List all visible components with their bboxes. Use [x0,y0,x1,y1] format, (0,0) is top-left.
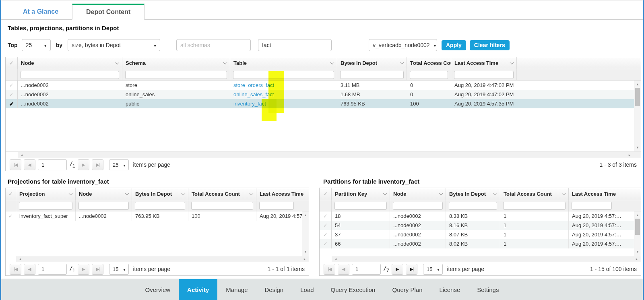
scroll-down-icon[interactable] [634,249,641,255]
hscroll-track[interactable] [16,256,309,262]
column-header-bytes[interactable]: Bytes In Depot [446,188,500,200]
column-header-node[interactable]: Node [76,188,132,200]
row-select-check[interactable] [320,221,332,230]
column-header-schema[interactable]: Schema [122,57,230,69]
column-header-partition-key[interactable]: Partition Key [332,188,390,200]
row-select-check[interactable] [6,81,18,90]
chevron-down-icon[interactable] [383,191,387,195]
pager-prev-button[interactable] [24,264,35,275]
chevron-down-icon[interactable] [69,191,73,195]
partition-key-column-filter-input[interactable] [334,202,387,210]
chevron-down-icon[interactable] [182,191,186,195]
pager-page-input[interactable] [352,264,381,275]
pager-first-button[interactable] [10,264,21,275]
apply-button[interactable]: Apply [442,40,466,50]
scroll-right-icon[interactable] [634,256,640,262]
pager-prev-button[interactable] [24,159,35,170]
scroll-up-icon[interactable] [634,212,641,218]
column-header-node[interactable]: Node [390,188,446,200]
page-size-select[interactable]: 15 [423,264,443,275]
node-column-filter-input[interactable] [78,202,129,210]
vertical-scrollbar[interactable] [302,211,309,256]
top-count-select[interactable]: 25 [22,39,51,51]
chevron-down-icon[interactable] [125,191,129,195]
header-select-all[interactable] [6,188,16,200]
column-header-last-access[interactable]: Last Access Time [451,57,517,69]
chevron-down-icon[interactable] [439,191,443,195]
row-select-check[interactable] [6,211,16,221]
table-row-selected[interactable]: ...node0002 public inventory_fact 763.95… [6,99,641,108]
table-link[interactable]: online_sales_fact [230,90,337,99]
column-header-access-count[interactable]: Total Access Count [500,188,569,200]
pager-last-button[interactable] [92,264,103,275]
horizontal-scrollbar[interactable] [6,256,309,262]
chevron-down-icon[interactable] [250,191,254,195]
bytes-column-filter-input[interactable] [340,71,404,79]
hscroll-track[interactable] [18,152,641,158]
scroll-down-icon[interactable] [302,249,309,255]
sort-by-select[interactable]: size, bytes in Depot [68,39,160,51]
last-access-column-filter-input[interactable] [454,71,514,79]
nav-item-query-plan[interactable]: Query Plan [384,279,431,300]
column-header-table[interactable]: Table [230,57,337,69]
projection-column-filter-input[interactable] [19,202,72,210]
access-count-column-filter-input[interactable] [191,202,253,210]
header-select-all[interactable] [320,188,332,200]
pager-next-button[interactable] [78,159,89,170]
pager-page-input[interactable] [38,264,67,275]
table-row[interactable]: 37 ...node0002 8.07 KB 1 Aug 20, 2019 4:… [320,230,641,239]
table-row[interactable]: inventory_fact_super ...node0002 763.95 … [6,211,309,221]
chevron-down-icon[interactable] [223,60,227,64]
column-header-bytes[interactable]: Bytes In Depot [132,188,188,200]
schema-filter-input[interactable] [176,39,251,51]
node-column-filter-input[interactable] [393,202,443,210]
column-header-bytes[interactable]: Bytes In Depot [337,57,407,69]
scroll-up-icon[interactable] [634,81,641,87]
bytes-column-filter-input[interactable] [135,202,185,210]
table-row[interactable]: ...node0002 online_sales online_sales_fa… [6,90,641,99]
table-link[interactable]: store_orders_fact [230,81,337,90]
table-row[interactable]: 66 ...node0002 8.02 KB 1 Aug 20, 2019 4:… [320,239,641,248]
scrollbar-thumb[interactable] [635,219,640,235]
chevron-down-icon[interactable] [400,60,404,64]
nav-item-activity[interactable]: Activity [179,279,217,300]
header-select-all[interactable] [6,57,18,69]
table-row[interactable]: 54 ...node0002 8.16 KB 1 Aug 20, 2019 4:… [320,221,641,230]
nav-item-overview[interactable]: Overview [137,279,179,300]
pager-last-button[interactable] [406,264,417,275]
nav-item-settings[interactable]: Settings [469,279,507,300]
row-select-check[interactable] [320,230,332,239]
row-select-check[interactable] [6,99,18,108]
pager-next-button[interactable] [392,264,403,275]
node-column-filter-input[interactable] [21,71,119,79]
table-row[interactable]: 18 ...node0002 8.38 KB 1 Aug 20, 2019 4:… [320,211,641,221]
pager-page-input[interactable] [38,159,67,170]
pager-first-button[interactable] [10,159,21,170]
schema-column-filter-input[interactable] [125,71,227,79]
column-header-node[interactable]: Node [18,57,122,69]
horizontal-scrollbar[interactable] [320,256,641,262]
chevron-down-icon[interactable] [330,60,334,64]
column-header-last-access[interactable]: Last Access Time [256,188,309,200]
nav-item-load[interactable]: Load [292,279,322,300]
access-count-column-filter-input[interactable] [410,71,448,79]
table-filter-input[interactable] [258,39,332,51]
row-select-check[interactable] [320,211,332,221]
pager-last-button[interactable] [92,159,103,170]
horizontal-scrollbar[interactable] [6,151,641,158]
chevron-down-icon[interactable] [562,191,566,195]
pager-next-button[interactable] [78,264,89,275]
vertical-scrollbar[interactable] [634,211,641,256]
tab-at-a-glance[interactable]: At a Glance [9,4,72,19]
page-size-select[interactable]: 15 [109,264,129,275]
last-access-column-filter-input[interactable] [259,202,294,210]
access-count-column-filter-input[interactable] [503,202,566,210]
chevron-down-icon[interactable] [510,60,514,64]
scroll-down-icon[interactable] [634,145,641,151]
column-header-last-access[interactable]: Last Access Time [569,188,641,200]
chevron-down-icon[interactable] [116,60,120,64]
table-row[interactable]: ...node0002 store store_orders_fact 3.11… [6,81,641,90]
table-link[interactable]: inventory_fact [230,99,337,108]
column-header-access-count[interactable]: Total Access Count [188,188,256,200]
nav-item-query-execution[interactable]: Query Execution [322,279,384,300]
